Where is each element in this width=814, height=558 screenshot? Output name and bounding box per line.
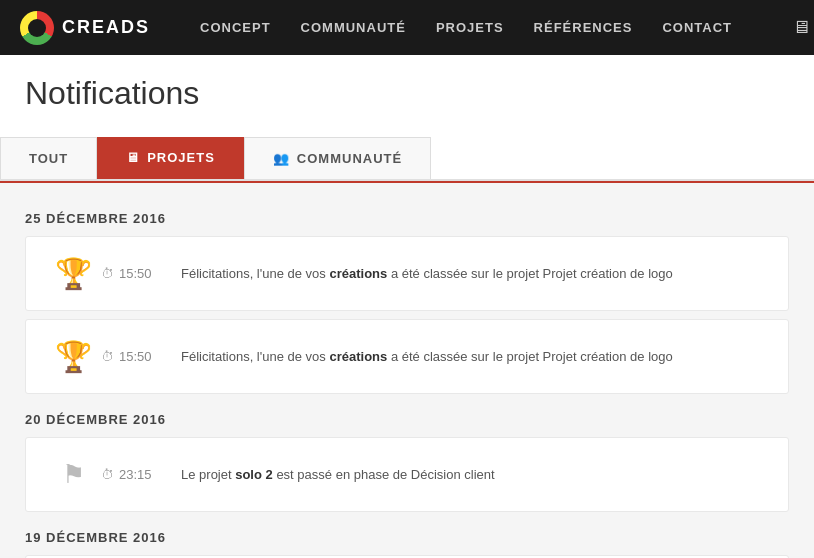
clock-icon-1-1: ⏱ bbox=[101, 266, 114, 281]
notif-bold-1-2: créations bbox=[329, 349, 387, 364]
notif-card-1-2: 🏆 ⏱ 15:50 Félicitations, l'une de vos cr… bbox=[25, 319, 789, 394]
clock-icon-1-2: ⏱ bbox=[101, 349, 114, 364]
nav-projets[interactable]: PROJETS bbox=[436, 20, 504, 35]
page-title: Notifications bbox=[25, 75, 789, 112]
notif-bold-2-1: solo 2 bbox=[235, 467, 273, 482]
notif-card-1-1: 🏆 ⏱ 15:50 Félicitations, l'une de vos cr… bbox=[25, 236, 789, 311]
nav-concept[interactable]: CONCEPT bbox=[200, 20, 271, 35]
nav-references[interactable]: RÉFÉRENCES bbox=[534, 20, 633, 35]
notif-text-before-1-2: Félicitations, l'une de vos bbox=[181, 349, 329, 364]
date-label-3: 19 DÉCEMBRE 2016 bbox=[25, 530, 789, 545]
notif-text-after-2-1: est passé en phase de Décision client bbox=[273, 467, 495, 482]
date-section-3: 19 DÉCEMBRE 2016 ⚑ ⏱ 23:15 Le projet sol… bbox=[25, 530, 789, 558]
tabs-bar: TOUT 🖥 PROJETS 👥 COMMUNAUTÉ bbox=[0, 137, 814, 181]
tab-tout-label: TOUT bbox=[29, 151, 68, 166]
notif-text-before-1-1: Félicitations, l'une de vos bbox=[181, 266, 329, 281]
page-content: Notifications TOUT 🖥 PROJETS 👥 COMMUNAUT… bbox=[0, 55, 814, 558]
monitor-tab-icon: 🖥 bbox=[126, 150, 140, 165]
notif-time-value-2-1: 23:15 bbox=[119, 467, 152, 482]
notif-text-after-1-2: a été classée sur le projet Projet créat… bbox=[387, 349, 672, 364]
monitor-icon[interactable]: 🖥 bbox=[792, 17, 810, 38]
notif-time-2-1: ⏱ 23:15 bbox=[101, 467, 181, 482]
trophy-icon-2: 🏆 bbox=[55, 339, 92, 374]
notif-icon-area-2-1: ⚑ bbox=[46, 459, 101, 490]
tab-projets[interactable]: 🖥 PROJETS bbox=[97, 137, 244, 179]
notif-text-1-1: Félicitations, l'une de vos créations a … bbox=[181, 264, 768, 284]
notif-time-value-1-2: 15:50 bbox=[119, 349, 152, 364]
navbar: CREADS CONCEPT COMMUNAUTÉ PROJETS RÉFÉRE… bbox=[0, 0, 814, 55]
tab-projets-label: PROJETS bbox=[147, 150, 215, 165]
nav-communaute[interactable]: COMMUNAUTÉ bbox=[301, 20, 406, 35]
tab-communaute-label: COMMUNAUTÉ bbox=[297, 151, 402, 166]
notifications-area: 25 DÉCEMBRE 2016 🏆 ⏱ 15:50 Félicitations… bbox=[0, 183, 814, 558]
trophy-icon-1: 🏆 bbox=[55, 256, 92, 291]
community-tab-icon: 👥 bbox=[273, 151, 290, 166]
notif-text-after-1-1: a été classée sur le projet Projet créat… bbox=[387, 266, 672, 281]
tab-communaute[interactable]: 👥 COMMUNAUTÉ bbox=[244, 137, 431, 179]
page-header: Notifications bbox=[0, 55, 814, 137]
notif-text-2-1: Le projet solo 2 est passé en phase de D… bbox=[181, 465, 768, 485]
nav-contact[interactable]: CONTACT bbox=[662, 20, 732, 35]
tab-tout[interactable]: TOUT bbox=[0, 137, 97, 179]
date-section-1: 25 DÉCEMBRE 2016 🏆 ⏱ 15:50 Félicitations… bbox=[25, 211, 789, 394]
date-label-2: 20 DÉCEMBRE 2016 bbox=[25, 412, 789, 427]
notif-bold-1-1: créations bbox=[329, 266, 387, 281]
notif-text-1-2: Félicitations, l'une de vos créations a … bbox=[181, 347, 768, 367]
logo-text: CREADS bbox=[62, 17, 150, 38]
notif-text-before-2-1: Le projet bbox=[181, 467, 235, 482]
notif-icon-area-1-2: 🏆 bbox=[46, 339, 101, 374]
notif-time-1-1: ⏱ 15:50 bbox=[101, 266, 181, 281]
logo[interactable]: CREADS bbox=[20, 11, 150, 45]
logo-circle bbox=[20, 11, 54, 45]
flag-icon-1: ⚑ bbox=[62, 459, 85, 490]
clock-icon-2-1: ⏱ bbox=[101, 467, 114, 482]
notif-icon-area-1-1: 🏆 bbox=[46, 256, 101, 291]
logo-inner bbox=[28, 19, 46, 37]
notif-card-2-1: ⚑ ⏱ 23:15 Le projet solo 2 est passé en … bbox=[25, 437, 789, 512]
date-label-1: 25 DÉCEMBRE 2016 bbox=[25, 211, 789, 226]
notif-time-value-1-1: 15:50 bbox=[119, 266, 152, 281]
date-section-2: 20 DÉCEMBRE 2016 ⚑ ⏱ 23:15 Le projet sol… bbox=[25, 412, 789, 512]
notif-time-1-2: ⏱ 15:50 bbox=[101, 349, 181, 364]
